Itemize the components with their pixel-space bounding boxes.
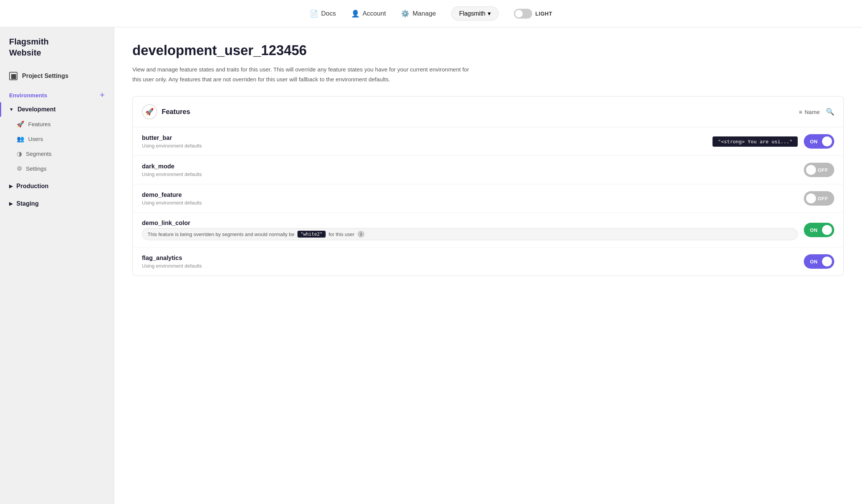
feature-row-butter-bar: butter_bar Using environment defaults "<… <box>133 127 843 156</box>
feature-sub-dark-mode: Using environment defaults <box>142 171 798 177</box>
feature-sub-demo-feature: Using environment defaults <box>142 200 798 206</box>
theme-toggle-switch[interactable] <box>514 9 532 19</box>
settings-icon: ⚙ <box>17 165 22 172</box>
manage-icon: ⚙️ <box>401 10 409 18</box>
env-group-development: ▼ Development 🚀 Features 👥 Users ◑ Segme… <box>0 102 114 176</box>
sidebar-item-users[interactable]: 👥 Users <box>0 132 114 146</box>
org-name: Flagsmith <box>459 10 485 17</box>
feature-info-demo-feature: demo_feature Using environment defaults <box>142 192 798 206</box>
toggle-demo-feature[interactable]: OFF <box>804 191 834 206</box>
theme-toggle[interactable]: LIGHT <box>514 9 552 19</box>
sort-icon: ≡ <box>799 109 802 115</box>
rocket-icon: 🚀 <box>17 120 24 128</box>
top-nav: 📄 Docs 👤 Account ⚙️ Manage Flagsmith ▾ L… <box>0 0 862 27</box>
env-header-production[interactable]: ▶ Production <box>0 179 114 193</box>
sidebar-item-features[interactable]: 🚀 Features <box>0 117 114 132</box>
env-name-production: Production <box>16 183 48 190</box>
feature-sub-butter-bar: Using environment defaults <box>142 143 706 149</box>
toggle-knob <box>806 165 816 175</box>
features-label: Features <box>28 121 51 127</box>
env-name-development: Development <box>17 106 56 113</box>
settings-label: Settings <box>26 165 46 172</box>
sort-by-name-button[interactable]: ≡ Name <box>799 109 820 115</box>
toggle-demo-link-color[interactable]: ON <box>804 223 834 237</box>
sidebar-item-settings[interactable]: ⚙ Settings <box>0 161 114 176</box>
sidebar: Flagsmith Website ▦ Project Settings Env… <box>0 27 114 504</box>
feature-name-demo-link-color: demo_link_color <box>142 220 798 227</box>
docs-link[interactable]: 📄 Docs <box>310 10 336 18</box>
chevron-down-icon: ▾ <box>488 10 491 17</box>
override-msg-text: This feature is being overriden by segme… <box>148 231 294 237</box>
add-environment-button[interactable]: + <box>100 91 105 99</box>
env-group-production: ▶ Production <box>0 179 114 193</box>
env-name-staging: Staging <box>16 200 39 207</box>
page-title: development_user_123456 <box>132 43 844 59</box>
environments-section-header: Environments + <box>0 85 114 102</box>
brand-line2: Website <box>9 48 41 57</box>
account-link[interactable]: 👤 Account <box>351 10 386 18</box>
feature-name-butter-bar: butter_bar <box>142 135 706 141</box>
feature-name-dark-mode: dark_mode <box>142 163 798 170</box>
app-body: Flagsmith Website ▦ Project Settings Env… <box>0 27 862 504</box>
sort-label: Name <box>805 109 820 115</box>
project-settings-label: Project Settings <box>22 73 68 79</box>
features-card-title: 🚀 Features <box>142 104 190 119</box>
main-content: development_user_123456 View and manage … <box>114 27 862 504</box>
feature-name-flag-analytics: flag_analytics <box>142 255 798 262</box>
users-label: Users <box>28 136 43 142</box>
override-suffix-text: for this user <box>329 231 355 237</box>
toggle-dark-mode[interactable]: OFF <box>804 163 834 177</box>
toggle-knob <box>822 136 832 146</box>
env-header-staging[interactable]: ▶ Staging <box>0 197 114 211</box>
env-header-development[interactable]: ▼ Development <box>0 102 114 117</box>
env-group-staging: ▶ Staging <box>0 197 114 211</box>
manage-link[interactable]: ⚙️ Manage <box>401 10 436 18</box>
account-label: Account <box>363 10 386 17</box>
feature-override-message: This feature is being overriden by segme… <box>142 228 798 240</box>
users-icon: 👥 <box>17 135 24 143</box>
docs-label: Docs <box>321 10 336 17</box>
project-settings-icon: ▦ <box>9 72 17 80</box>
chevron-right-icon: ▶ <box>9 184 13 189</box>
feature-row-demo-link-color: demo_link_color This feature is being ov… <box>133 213 843 247</box>
feature-info-demo-link-color: demo_link_color This feature is being ov… <box>142 220 798 240</box>
org-selector-button[interactable]: Flagsmith ▾ <box>451 6 499 21</box>
sidebar-item-segments[interactable]: ◑ Segments <box>0 146 114 161</box>
toggle-off-label: OFF <box>818 167 829 173</box>
features-title-label: Features <box>162 108 190 116</box>
feature-row-flag-analytics: flag_analytics Using environment default… <box>133 247 843 276</box>
features-card-header: 🚀 Features ≡ Name 🔍 <box>133 97 843 127</box>
segments-icon: ◑ <box>17 150 22 157</box>
feature-value-butter-bar: "<strong> You are usi..." <box>713 136 798 147</box>
toggle-knob <box>822 225 832 235</box>
toggle-flag-analytics[interactable]: ON <box>804 254 834 269</box>
segments-label: Segments <box>26 151 52 157</box>
environments-label: Environments <box>9 92 47 98</box>
page-description: View and manage feature states and trait… <box>132 65 475 84</box>
feature-info-dark-mode: dark_mode Using environment defaults <box>142 163 798 177</box>
env-sub-items-development: 🚀 Features 👥 Users ◑ Segments ⚙ Settings <box>0 117 114 176</box>
toggle-off-label: OFF <box>818 196 829 201</box>
toggle-butter-bar[interactable]: ON <box>804 134 834 149</box>
toggle-on-label: ON <box>810 227 818 233</box>
rocket-icon-circle: 🚀 <box>142 104 157 119</box>
feature-info-butter-bar: butter_bar Using environment defaults <box>142 135 706 149</box>
toggle-knob <box>806 193 816 203</box>
feature-info-flag-analytics: flag_analytics Using environment default… <box>142 255 798 269</box>
feature-row-dark-mode: dark_mode Using environment defaults OFF <box>133 156 843 184</box>
feature-sub-flag-analytics: Using environment defaults <box>142 263 798 269</box>
chevron-down-icon: ▼ <box>9 107 14 112</box>
override-value-badge: "white2" <box>297 231 326 238</box>
account-icon: 👤 <box>351 10 359 18</box>
toggle-on-label: ON <box>810 259 818 265</box>
toggle-knob <box>822 257 832 266</box>
brand-logo: Flagsmith Website <box>0 36 114 67</box>
info-icon[interactable]: ℹ <box>358 231 364 238</box>
project-settings-link[interactable]: ▦ Project Settings <box>0 67 114 85</box>
features-card: 🚀 Features ≡ Name 🔍 butter_bar Using env… <box>132 96 844 276</box>
features-card-actions: ≡ Name 🔍 <box>799 108 834 116</box>
feature-row-demo-feature: demo_feature Using environment defaults … <box>133 184 843 213</box>
search-button[interactable]: 🔍 <box>826 108 834 116</box>
light-label: LIGHT <box>535 11 552 17</box>
brand-line1: Flagsmith <box>9 37 49 46</box>
